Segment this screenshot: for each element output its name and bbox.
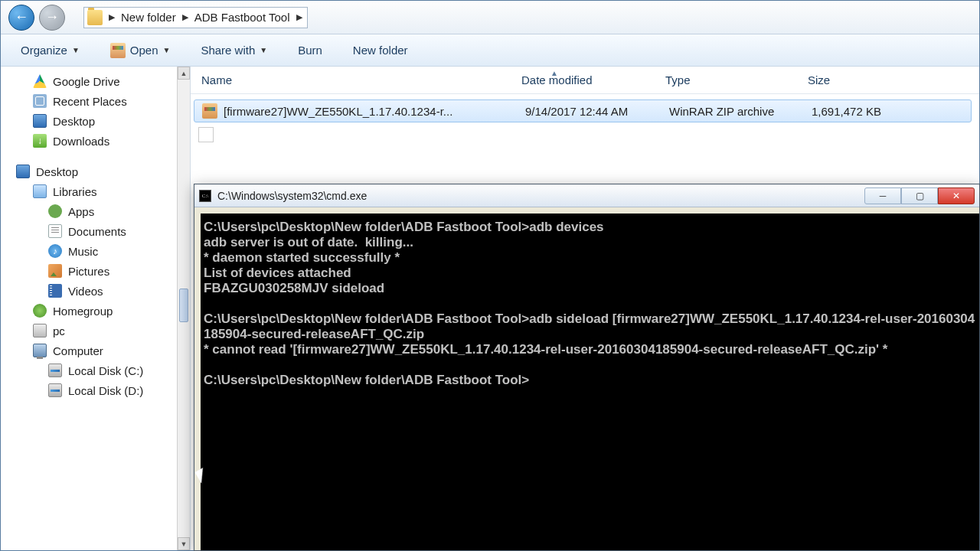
user-icon — [33, 324, 47, 337]
sidebar-item-disk-c[interactable]: Local Disk (C:) — [15, 360, 190, 380]
cmd-window: C:\Windows\system32\cmd.exe ─ ▢ ✕ C:\Use… — [194, 184, 980, 551]
cmd-icon — [199, 190, 211, 202]
label: Local Disk (C:) — [68, 364, 143, 377]
download-icon — [33, 134, 47, 148]
videos-icon — [48, 284, 62, 298]
chevron-right-icon[interactable]: ▶ — [181, 12, 190, 22]
scrollbar[interactable]: ▲ ▼ — [177, 67, 190, 550]
label: Organize — [21, 44, 67, 57]
rar-icon — [110, 43, 126, 58]
file-type: WinRAR ZIP archive — [658, 105, 801, 118]
chevron-down-icon: ▼ — [72, 46, 80, 54]
sidebar-item-apps[interactable]: Apps — [15, 201, 190, 221]
sort-indicator-icon: ▲ — [550, 69, 558, 77]
file-row[interactable] — [191, 123, 979, 146]
documents-icon — [48, 224, 62, 238]
apps-icon — [48, 204, 62, 218]
sidebar-item-homegroup[interactable]: Homegroup — [15, 301, 190, 321]
label: Libraries — [53, 185, 97, 198]
sidebar-item-desktop[interactable]: Desktop — [15, 111, 190, 131]
file-name: [firmware27]WW_ZE550KL_1.17.40.1234-r... — [224, 105, 452, 118]
file-date: 9/14/2017 12:44 AM — [514, 105, 658, 118]
label: pc — [53, 324, 65, 337]
sidebar: Google Drive Recent Places Desktop Downl… — [1, 67, 191, 550]
label: Apps — [68, 205, 94, 218]
label: Google Drive — [53, 75, 120, 88]
back-button[interactable]: ← — [8, 5, 34, 31]
label: Open — [130, 44, 158, 57]
label: Videos — [68, 285, 103, 298]
disk-icon — [48, 364, 62, 377]
homegroup-icon — [33, 304, 47, 318]
file-row[interactable]: [firmware27]WW_ZE550KL_1.17.40.1234-r...… — [194, 99, 972, 122]
share-button[interactable]: Share with▼ — [196, 41, 272, 60]
forward-button[interactable]: → — [39, 5, 65, 31]
scroll-up-icon[interactable]: ▲ — [178, 67, 190, 80]
breadcrumb-seg[interactable]: New folder — [116, 11, 181, 24]
chevron-right-icon[interactable]: ▶ — [107, 12, 116, 22]
label: Downloads — [53, 135, 109, 148]
sidebar-item-disk-d[interactable]: Local Disk (D:) — [15, 380, 190, 400]
sidebar-item-documents[interactable]: Documents — [15, 221, 190, 241]
rar-icon — [202, 103, 217, 119]
label: Homegroup — [53, 305, 113, 318]
label: Computer — [53, 344, 103, 357]
cmd-line: FBAZGU030258MJV sideload — [204, 281, 384, 295]
col-size[interactable]: Size — [797, 73, 979, 86]
cmd-line: adb server is out of date. killing... — [204, 235, 413, 249]
label: Documents — [68, 225, 126, 238]
cmd-title: C:\Windows\system32\cmd.exe — [217, 190, 858, 202]
desktop-icon — [33, 114, 47, 128]
sidebar-item-pictures[interactable]: Pictures — [15, 261, 190, 281]
libraries-icon — [33, 184, 47, 198]
cmd-line: C:\Users\pc\Desktop\New folder\ADB Fastb… — [204, 311, 975, 341]
sidebar-item-music[interactable]: Music — [15, 241, 190, 261]
sidebar-item-libraries[interactable]: Libraries — [15, 181, 190, 201]
col-name[interactable]: Name — [191, 73, 511, 86]
sidebar-item-computer[interactable]: Computer — [15, 341, 190, 360]
disk-icon — [48, 383, 62, 397]
label: Local Disk (D:) — [68, 384, 143, 397]
cmd-titlebar[interactable]: C:\Windows\system32\cmd.exe ─ ▢ ✕ — [194, 184, 979, 207]
label: Burn — [298, 44, 322, 57]
computer-icon — [33, 344, 47, 357]
minimize-button[interactable]: ─ — [864, 187, 901, 204]
cmd-line: C:\Users\pc\Desktop\New folder\ADB Fastb… — [204, 220, 604, 234]
breadcrumb-seg[interactable]: ADB Fastboot Tool — [190, 11, 295, 24]
sidebar-item-gdrive[interactable]: Google Drive — [15, 71, 190, 91]
open-button[interactable]: Open▼ — [106, 40, 175, 61]
scroll-down-icon[interactable]: ▼ — [178, 537, 190, 550]
chevron-right-icon[interactable]: ▶ — [295, 12, 304, 22]
label: Desktop — [36, 165, 78, 178]
col-type[interactable]: Type — [655, 73, 797, 86]
maximize-button[interactable]: ▢ — [901, 187, 938, 204]
organize-button[interactable]: Organize▼ — [16, 41, 84, 60]
address-bar[interactable]: ▶ New folder ▶ ADB Fastboot Tool ▶ — [83, 7, 308, 28]
column-headers: Name Date modified Type Size — [191, 67, 979, 94]
sidebar-item-pc[interactable]: pc — [15, 321, 190, 341]
sidebar-item-downloads[interactable]: Downloads — [15, 131, 190, 151]
pictures-icon — [48, 264, 62, 278]
label: Desktop — [53, 115, 95, 128]
music-icon — [48, 244, 62, 258]
label: New folder — [353, 44, 408, 57]
nav-bar: ← → ▶ New folder ▶ ADB Fastboot Tool ▶ — [1, 1, 979, 34]
cmd-line: * daemon started successfully * — [204, 250, 400, 265]
col-date[interactable]: Date modified — [511, 73, 655, 86]
new-folder-button[interactable]: New folder — [348, 41, 413, 60]
label: Recent Places — [53, 95, 127, 108]
scroll-thumb[interactable] — [179, 289, 188, 322]
sidebar-item-videos[interactable]: Videos — [15, 281, 190, 301]
close-button[interactable]: ✕ — [938, 187, 975, 204]
sidebar-item-recent[interactable]: Recent Places — [15, 91, 190, 111]
label: Share with — [201, 44, 255, 57]
sidebar-item-desktop-root[interactable]: Desktop — [15, 161, 190, 181]
cmd-output[interactable]: C:\Users\pc\Desktop\New folder\ADB Fastb… — [201, 214, 979, 550]
recent-icon — [33, 94, 47, 108]
chevron-down-icon: ▼ — [260, 46, 267, 54]
label: Music — [68, 245, 98, 258]
folder-icon — [87, 10, 103, 25]
cmd-line: C:\Users\pc\Desktop\New folder\ADB Fastb… — [204, 373, 529, 387]
burn-button[interactable]: Burn — [293, 41, 327, 60]
cmd-line: * cannot read '[firmware27]WW_ZE550KL_1.… — [204, 342, 887, 357]
